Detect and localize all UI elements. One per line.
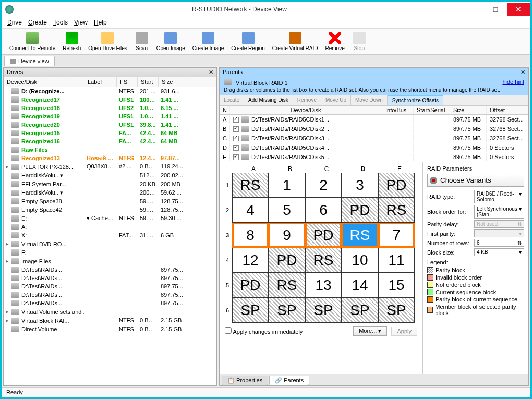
tree-row[interactable]: D: (Recognize...NTFS201 ...931.6... [4, 87, 216, 95]
tree-row[interactable]: Direct VolumeNTFS0 Bytes2.15 GB [4, 325, 216, 333]
tree-row[interactable]: Raw Files [4, 146, 216, 154]
grid-cell[interactable]: PD [305, 223, 342, 248]
locate-tab[interactable]: Locate [220, 95, 244, 105]
grid-cell[interactable]: 10 [342, 248, 378, 273]
tree-row[interactable]: F: [4, 248, 216, 257]
tree-row[interactable]: E:▾ Cache WinNTFS59.94 ...59.30 ... [4, 214, 216, 223]
grid-cell[interactable]: 3 [342, 173, 378, 198]
menu-view[interactable]: View [74, 19, 88, 26]
open-image-button[interactable]: Open Image [153, 31, 188, 52]
menu-drive[interactable]: Drive [7, 19, 22, 26]
tree-row[interactable]: Empty Space3859.82 ...128.75... [4, 197, 216, 205]
tree-row[interactable]: D:\Test\RAIDs...897.75... [4, 299, 216, 307]
grid-cell[interactable]: SP [378, 298, 415, 323]
tree-row[interactable]: Recognized15FA...42.4...64 MB [4, 129, 216, 137]
grid-cell[interactable]: 6 [305, 198, 342, 223]
sync-tab[interactable]: Synchronize Offsets [388, 95, 443, 105]
hide-hint-link[interactable]: hide hint [502, 79, 524, 86]
tree-row[interactable]: ▸Virtual Block RAI...NTFS0 Bytes2.15 GB [4, 316, 216, 325]
remove-tab[interactable]: Remove [293, 95, 321, 105]
tree-row[interactable]: D:\Test\RAIDs...897.75... [4, 265, 216, 274]
tree-row[interactable]: ▸Virtual Volume sets and ... [4, 307, 216, 316]
grid-cell[interactable]: RS [232, 173, 269, 198]
minimize-button[interactable]: — [461, 3, 484, 16]
remove-button[interactable]: Remove [322, 31, 347, 52]
tree-row[interactable]: X:FAT...31.50 ...6 GB [4, 231, 216, 239]
movedown-tab[interactable]: Move Down [351, 95, 388, 105]
menu-create[interactable]: Create [28, 19, 47, 26]
tab-parents[interactable]: 🔗 Parents [269, 376, 309, 385]
grid-cell[interactable]: PD [269, 248, 305, 273]
create-region-button[interactable]: Create Region [228, 31, 268, 52]
grid-cell[interactable]: 13 [305, 273, 342, 298]
grid-cell[interactable]: 8 [232, 223, 269, 248]
tree-row[interactable]: HarddiskVolu...▾512 B...200.02... [4, 171, 216, 180]
create-image-button[interactable]: Create Image [189, 31, 227, 52]
tree-row[interactable]: D:\Test\RAIDs...897.75... [4, 274, 216, 282]
connect-button[interactable]: Connect To Remote [6, 31, 58, 52]
tab-device-view[interactable]: Device view [4, 56, 55, 66]
tree-row[interactable]: D:\Test\RAIDs...897.75... [4, 291, 216, 299]
tree-row[interactable]: Recognized17UFS11009...1.41 ... [4, 95, 216, 104]
grid-cell[interactable]: PD [378, 173, 415, 198]
raid-type-select[interactable]: RAID6E / Reed-Solomo▾ [474, 190, 524, 203]
tree-row[interactable]: Recognized18UFS21.01 ...6.15 ... [4, 104, 216, 112]
scan-button[interactable]: Scan [131, 31, 152, 52]
tree-row[interactable]: Recognized20UFS139.8...1.41 ... [4, 120, 216, 129]
tree-row[interactable]: ▸Virtual DVD-RO... [4, 239, 216, 248]
grid-cell[interactable]: 11 [378, 248, 415, 273]
disk-row[interactable]: DD:/Test/RAIDs/RAID5CDisk4...897.75 MB0 … [220, 143, 528, 152]
more-button[interactable]: More... ▾ [353, 326, 387, 336]
tree-row[interactable]: Recognized19UFS11.02 ...1.41 ... [4, 112, 216, 120]
grid-cell[interactable]: PD [342, 198, 378, 223]
tree-row[interactable]: Recognized16FA...42.4...64 MB [4, 137, 216, 146]
close-icon[interactable]: ✕ [521, 69, 525, 76]
grid-cell[interactable]: 14 [342, 273, 378, 298]
menu-help[interactable]: Help [94, 19, 107, 26]
grid-cell[interactable]: 12 [232, 248, 269, 273]
tree-row[interactable]: Recognized13Новый томNTFS12.4...97.87... [4, 154, 216, 162]
block-order-select[interactable]: Left Synchronous (Stan▾ [474, 205, 524, 219]
grid-cell[interactable]: RS [342, 223, 378, 248]
rows-spin[interactable]: 6⇅ [474, 239, 524, 247]
grid-cell[interactable]: 15 [378, 273, 415, 298]
col-label[interactable]: Label [84, 77, 117, 87]
tree-row[interactable]: Empty Space4259.82 ...128.75... [4, 205, 216, 214]
moveup-tab[interactable]: Move Up [321, 95, 351, 105]
stop-button[interactable]: Stop [349, 31, 370, 52]
refresh-button[interactable]: Refresh [59, 31, 84, 52]
tree-row[interactable]: A: [4, 223, 216, 231]
apply-immediately-check[interactable]: Apply changes immediately [225, 327, 303, 335]
grid-cell[interactable]: 1 [269, 173, 305, 198]
tab-properties[interactable]: 📋 Properties [222, 376, 268, 385]
grid-cell[interactable]: SP [305, 298, 342, 323]
disk-row[interactable]: ED:/Test/RAIDs/RAID5CDisk5...897.75 MB0 … [220, 152, 528, 162]
grid-cell[interactable]: 2 [305, 173, 342, 198]
tree-row[interactable]: HarddiskVolu...▾200.0...59.62 ... [4, 188, 216, 197]
choose-variants-button[interactable]: Choose Variants [427, 174, 524, 187]
grid-cell[interactable]: SP [269, 298, 305, 323]
maximize-button[interactable]: □ [484, 3, 507, 16]
grid-cell[interactable]: RS [305, 248, 342, 273]
grid-cell[interactable]: RS [269, 273, 305, 298]
grid-cell[interactable]: 5 [269, 198, 305, 223]
grid-cell[interactable]: SP [342, 298, 378, 323]
drives-tree[interactable]: D: (Recognize...NTFS201 ...931.6...Recog… [4, 87, 216, 385]
create-raid-button[interactable]: Create Virtual RAID [269, 31, 321, 52]
disk-row[interactable]: CD:/Test/RAIDs/RAID5CDisk3...897.75 MB32… [220, 134, 528, 143]
col-start[interactable]: Start [138, 77, 159, 87]
tree-row[interactable]: ▸PLEXTOR PX-128...Q0J8X8AF...#2 ...0 Byt… [4, 162, 216, 171]
grid-cell[interactable]: 7 [378, 223, 415, 248]
menu-tools[interactable]: Tools [53, 19, 68, 26]
grid-cell[interactable]: PD [232, 273, 269, 298]
tree-row[interactable]: ▸Image Files [4, 257, 216, 265]
col-size[interactable]: Size [159, 77, 187, 87]
grid-cell[interactable]: 4 [232, 198, 269, 223]
add-missing-tab[interactable]: Add Missing Disk [244, 95, 293, 105]
open-drive-button[interactable]: Open Drive Files [85, 31, 130, 52]
close-button[interactable]: ✕ [507, 3, 530, 16]
col-fs[interactable]: FS [117, 77, 138, 87]
grid-cell[interactable]: SP [232, 298, 269, 323]
grid-cell[interactable]: 9 [269, 223, 305, 248]
close-icon[interactable]: ✕ [209, 69, 213, 76]
